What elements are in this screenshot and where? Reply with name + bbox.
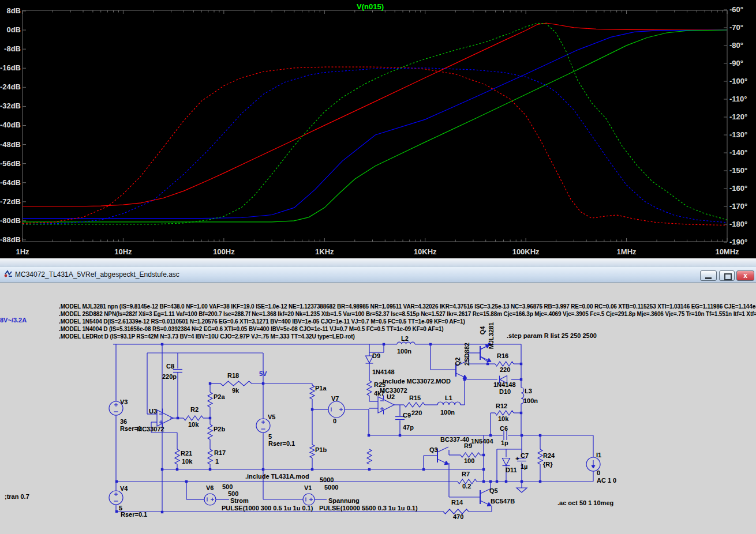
component-label: C6 [500,425,508,432]
component-label: D9 [372,352,380,359]
component-label: L1 [445,394,452,401]
component-label: C9 [403,412,411,419]
component-label: 0 [333,418,336,424]
component-label: Spannung [328,497,360,504]
component-label: P2a [214,393,225,400]
y-left-label: -64dB [0,178,21,187]
component-label: V3 [120,398,128,405]
component-label: 100n [397,348,411,355]
component-label: 5V [259,370,267,377]
component-label: R16 [497,352,508,359]
y-left-label: -56dB [0,159,21,168]
component-label: R21 [181,450,192,457]
bode-plot [0,0,756,262]
component-label: 220 [500,366,510,373]
component-label: L2 [401,335,409,342]
component-label: R2 [190,406,199,413]
component-label: V1 [304,484,312,491]
component-label: 1 [215,458,219,465]
component-label: V6 [206,484,214,491]
schematic-window-titlebar[interactable]: MC34072_TL431A_5VRef_abgespeckt_Endstufe… [0,266,756,283]
component-label: P1a [315,385,327,392]
spice-directive: .include MC33072.MOD [381,378,451,385]
component-label: Q3 [429,446,438,453]
ltspice-doc-icon [4,269,13,279]
component-label: I1 [596,452,601,458]
component-label: 47p [403,424,414,431]
component-label: 1N4148 [493,381,516,388]
component-label: MC33072 [137,426,164,433]
component-label: 220p [162,373,177,380]
schematic-editor-pane[interactable]: 8V~/3.2A5V.step param R list 25 250 2500… [0,283,756,534]
component-label: 5000 [324,484,338,491]
component-label: Q5 [489,487,498,494]
component-label: 470 [453,513,463,520]
y-right-label: -160° [729,184,747,193]
component-label: 36 [120,418,127,425]
component-label: {R} [543,461,553,468]
y-right-label: -100° [729,77,747,85]
component-label: 1N4148 [372,368,395,375]
component-label: 10k [188,421,199,428]
y-left-label: 0dB [6,25,21,34]
component-label: PULSE(1000 300 0.5 1u 1u 0.1) [222,505,313,512]
window-title: MC34072_TL431A_5VRef_abgespeckt_Endstufe… [15,270,179,279]
component-label: 2SD882 [463,343,470,366]
ltspice-app: 8dB0dB-8dB-16dB-24dB-32dB-40dB-48dB-56dB… [0,0,756,534]
y-left-label: -72dB [0,197,21,206]
x-axis-label: 10Hz [114,247,132,256]
curve-phase_green [23,23,727,224]
curve-phase_blue [23,68,727,224]
y-right-label: -190° [729,238,747,246]
component-label: L3 [525,388,532,394]
component-label: P1b [315,446,327,453]
x-axis-label: 1MHz [617,247,637,256]
component-label: 500 [228,490,238,497]
component-label: MJL3281 [488,322,495,349]
y-left-label: -8dB [4,44,21,53]
component-label: 5 [268,433,272,440]
y-right-label: -110° [729,95,747,103]
minimize-icon [705,277,712,279]
component-label: U3 [149,408,157,415]
curve-gain_red [23,23,727,206]
y-left-label: 8dB [6,6,21,15]
component-label: 220 [411,409,422,416]
component-label: 10k [498,415,508,422]
plot-title: V(n015) [357,2,384,11]
component-label: 9k [232,387,239,394]
y-left-label: -88dB [0,235,21,244]
waveform-plot-pane[interactable]: 8dB0dB-8dB-16dB-24dB-32dB-40dB-48dB-56dB… [0,0,756,262]
y-right-label: -150° [729,166,747,175]
y-left-label: -48dB [0,140,21,149]
component-label: 1p [501,439,508,446]
close-button[interactable]: x [736,270,754,281]
y-right-label: -90° [729,59,743,67]
component-label: 8V~/3.2A [0,317,27,324]
component-label: 1µ [521,463,527,470]
maximize-button[interactable] [719,270,735,281]
spice-directive: ;tran 0.7 [5,493,29,500]
component-label: R18 [227,372,239,379]
component-label: 500 [222,483,233,490]
component-label: Rser=0.1 [268,440,295,447]
y-right-label: -70° [729,23,743,32]
component-label: 100n [440,409,455,416]
window-top-strip [0,258,756,266]
component-label: R17 [214,449,226,456]
y-left-label: -40dB [0,121,21,129]
component-label: PULSE(10000 5500 0.3 1u 1u 0.1) [319,505,418,512]
component-label: Q4 [479,326,486,335]
spice-model-directive: .MODEL MJL3281 npn (IS=9.8145e-12 BF=438… [59,303,756,310]
component-label: R14 [451,499,463,506]
component-label: BC547B [491,498,515,505]
minimize-button[interactable] [700,270,717,281]
y-right-label: -130° [729,130,747,139]
x-axis-label: 10KHz [414,247,437,256]
component-label: V5 [268,413,275,420]
x-axis-label: 1KHz [315,247,334,256]
component-label: 100n [523,397,538,404]
component-label: AC 1 0 [597,477,616,484]
spice-directive: .ac oct 50 1 10meg [557,499,613,506]
component-label: R7 [462,471,470,477]
